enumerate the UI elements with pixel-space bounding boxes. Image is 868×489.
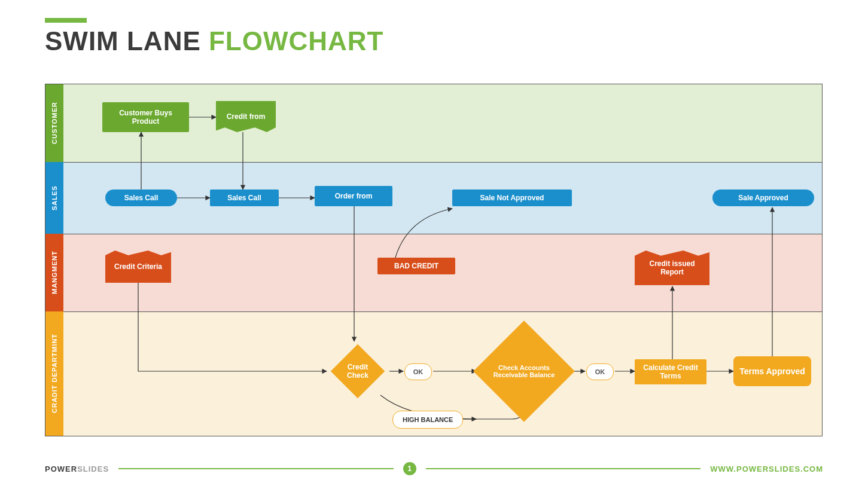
lane-header-credit: CRADIT DEPARTMINT (45, 311, 63, 436)
slide: SWIM LANE FLOWCHART CUSTOMER SALES MANGM… (0, 0, 868, 489)
node-calc-terms: Calculate Credit Terms (635, 359, 706, 384)
node-sales-call-1: Sales Call (105, 190, 177, 206)
footer-line (118, 468, 394, 469)
title-part2: FLOWCHART (209, 26, 384, 56)
lane-divider (63, 234, 822, 234)
lane-header-customer: CUSTOMER (45, 84, 63, 162)
node-credit-from: Credit from (216, 101, 276, 132)
node-credit-issued-report: Credit issued Report (635, 250, 709, 285)
footer-line (426, 468, 701, 469)
node-sales-call-2: Sales Call (210, 190, 279, 206)
node-credit-criteria: Credit Criteria (105, 250, 171, 283)
node-sale-approved: Sale Approved (712, 190, 814, 206)
swimlane-chart: CUSTOMER SALES MANGMENT CRADIT DEPARTMIN… (45, 84, 823, 436)
node-sale-not-approved: Sale Not Approved (452, 190, 572, 206)
node-terms-approved: Terms Approved (733, 356, 811, 386)
footer-url: WWW.POWERSLIDES.COM (710, 464, 823, 473)
title-part1: SWIM LANE (45, 26, 209, 56)
node-ok-1: OK (404, 363, 432, 380)
accent-bar (45, 18, 87, 23)
node-high-balance: HIGH BALANCE (392, 411, 463, 429)
lane-header-management: MANGMENT (45, 234, 63, 311)
node-bad-credit: BAD CREDIT (377, 258, 455, 274)
footer-page: 1 (403, 462, 416, 475)
slide-title: SWIM LANE FLOWCHART (45, 26, 383, 56)
node-customer-buys: Customer Buys Product (102, 102, 189, 132)
lane-divider (63, 162, 822, 163)
footer: POWERSLIDES 1 WWW.POWERSLIDES.COM (45, 462, 823, 476)
lane-divider (63, 311, 822, 312)
node-order-from: Order from (315, 186, 392, 206)
footer-brand: POWERSLIDES (45, 464, 109, 473)
lane-header-sales: SALES (45, 162, 63, 234)
node-ok-2: OK (586, 363, 614, 380)
